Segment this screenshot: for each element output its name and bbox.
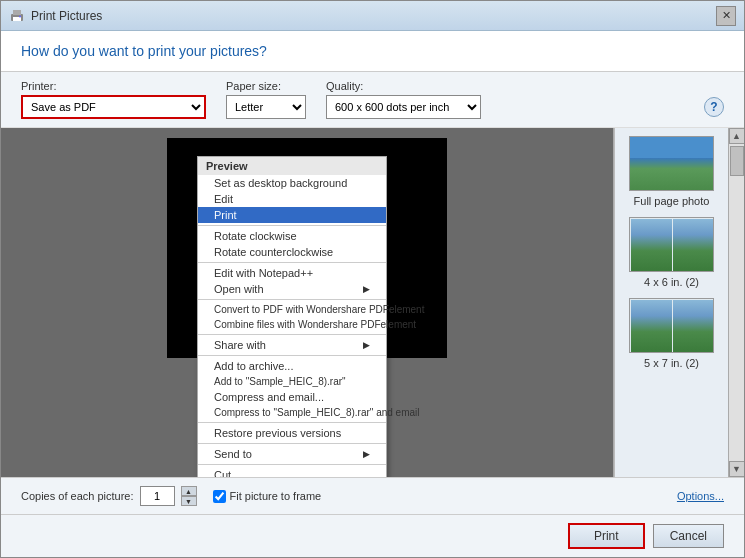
bottom-bar: Copies of each picture: ▲ ▼ Fit picture … <box>1 477 744 514</box>
svg-rect-1 <box>13 10 21 15</box>
context-menu-header: Preview <box>198 157 386 175</box>
paper-control: Paper size: Letter <box>226 80 306 119</box>
controls-row: Printer: Save as PDF Paper size: Letter … <box>1 72 744 128</box>
5x7-col2 <box>673 300 714 353</box>
thumbnails-panel: Full page photo 4 x 6 in. (2) <box>614 128 744 477</box>
print-button[interactable]: Print <box>568 523 645 549</box>
thumb-4x6-img <box>629 217 714 272</box>
quality-label: Quality: <box>326 80 481 92</box>
thumb-5x7[interactable]: 5 x 7 in. (2) <box>623 298 720 369</box>
preview-image: Preview Set as desktop background Edit P… <box>167 138 447 358</box>
cancel-button[interactable]: Cancel <box>653 524 724 548</box>
cm-sep8 <box>198 464 386 465</box>
cm-sep4 <box>198 334 386 335</box>
thumbnail-list: Full page photo 4 x 6 in. (2) <box>615 128 728 377</box>
cm-send-to[interactable]: Send to <box>198 446 386 462</box>
cm-restore-prev[interactable]: Restore previous versions <box>198 425 386 441</box>
cm-combine-pdf[interactable]: Combine files with Wondershare PDFelemen… <box>198 317 386 332</box>
scroll-up-button[interactable]: ▲ <box>729 128 745 144</box>
fit-checkbox[interactable] <box>213 490 226 503</box>
titlebar-title: Print Pictures <box>31 9 102 23</box>
copies-spinner: ▲ ▼ <box>181 486 197 506</box>
scroll-thumb[interactable] <box>730 146 744 176</box>
thumb-full-label: Full page photo <box>634 195 710 207</box>
cm-sep2 <box>198 262 386 263</box>
4x6-col2 <box>673 219 714 272</box>
cm-sep6 <box>198 422 386 423</box>
quality-control: Quality: 600 x 600 dots per inch <box>326 80 481 119</box>
thumb-full-page[interactable]: Full page photo <box>623 136 720 207</box>
cm-sep7 <box>198 443 386 444</box>
thumbnail-scrollbar[interactable]: ▲ ▼ <box>728 128 744 477</box>
copies-group: Copies of each picture: ▲ ▼ <box>21 486 197 506</box>
options-link[interactable]: Options... <box>677 490 724 502</box>
copies-down-button[interactable]: ▼ <box>181 496 197 506</box>
preview-area: Preview Set as desktop background Edit P… <box>1 128 614 477</box>
scroll-down-button[interactable]: ▼ <box>729 461 745 477</box>
svg-point-3 <box>19 15 21 17</box>
4x6-col1 <box>631 219 672 272</box>
printer-icon <box>9 8 25 24</box>
thumb-4x6-label: 4 x 6 in. (2) <box>644 276 699 288</box>
cm-rotate-cw[interactable]: Rotate clockwise <box>198 228 386 244</box>
cm-open-with[interactable]: Open with <box>198 281 386 297</box>
copies-up-button[interactable]: ▲ <box>181 486 197 496</box>
quality-select[interactable]: 600 x 600 dots per inch <box>326 95 481 119</box>
dialog-header: How do you want to print your pictures? <box>1 31 744 72</box>
copies-input[interactable] <box>140 486 175 506</box>
cm-compress-email[interactable]: Compress and email... <box>198 389 386 405</box>
full-page-img-preview <box>630 137 713 190</box>
cm-cut[interactable]: Cut <box>198 467 386 477</box>
4x6-preview <box>630 218 714 272</box>
cm-compress-rar-email[interactable]: Compress to "Sample_HEIC_8).rar" and ema… <box>198 405 386 420</box>
dialog-question: How do you want to print your pictures? <box>21 43 724 59</box>
context-menu: Preview Set as desktop background Edit P… <box>197 156 387 477</box>
svg-rect-2 <box>13 17 21 21</box>
cm-sep1 <box>198 225 386 226</box>
cm-edit[interactable]: Edit <box>198 191 386 207</box>
cm-add-archive[interactable]: Add to archive... <box>198 358 386 374</box>
main-content: Preview Set as desktop background Edit P… <box>1 128 744 477</box>
thumb-5x7-img <box>629 298 714 353</box>
5x7-preview <box>630 299 714 353</box>
fit-checkbox-group: Fit picture to frame <box>213 490 322 503</box>
printer-label: Printer: <box>21 80 206 92</box>
cm-rotate-ccw[interactable]: Rotate counterclockwise <box>198 244 386 260</box>
help-button[interactable]: ? <box>704 97 724 117</box>
cm-sep5 <box>198 355 386 356</box>
cm-print[interactable]: Print <box>198 207 386 223</box>
titlebar: Print Pictures ✕ <box>1 1 744 31</box>
5x7-col1 <box>631 300 672 353</box>
cm-convert-pdf[interactable]: Convert to PDF with Wondershare PDFeleme… <box>198 302 386 317</box>
thumb-5x7-label: 5 x 7 in. (2) <box>644 357 699 369</box>
paper-label: Paper size: <box>226 80 306 92</box>
paper-select[interactable]: Letter <box>226 95 306 119</box>
close-button[interactable]: ✕ <box>716 6 736 26</box>
cm-set-desktop[interactable]: Set as desktop background <box>198 175 386 191</box>
copies-label: Copies of each picture: <box>21 490 134 502</box>
action-bar: Print Cancel <box>1 514 744 557</box>
print-pictures-dialog: Print Pictures ✕ How do you want to prin… <box>0 0 745 558</box>
fit-label: Fit picture to frame <box>230 490 322 502</box>
cm-sep3 <box>198 299 386 300</box>
cm-add-rar[interactable]: Add to "Sample_HEIC_8).rar" <box>198 374 386 389</box>
thumb-full-img <box>629 136 714 191</box>
titlebar-left: Print Pictures <box>9 8 102 24</box>
printer-control: Printer: Save as PDF <box>21 80 206 119</box>
printer-select[interactable]: Save as PDF <box>21 95 206 119</box>
thumb-4x6[interactable]: 4 x 6 in. (2) <box>623 217 720 288</box>
cm-share-with[interactable]: Share with <box>198 337 386 353</box>
cm-edit-notepad[interactable]: Edit with Notepad++ <box>198 265 386 281</box>
